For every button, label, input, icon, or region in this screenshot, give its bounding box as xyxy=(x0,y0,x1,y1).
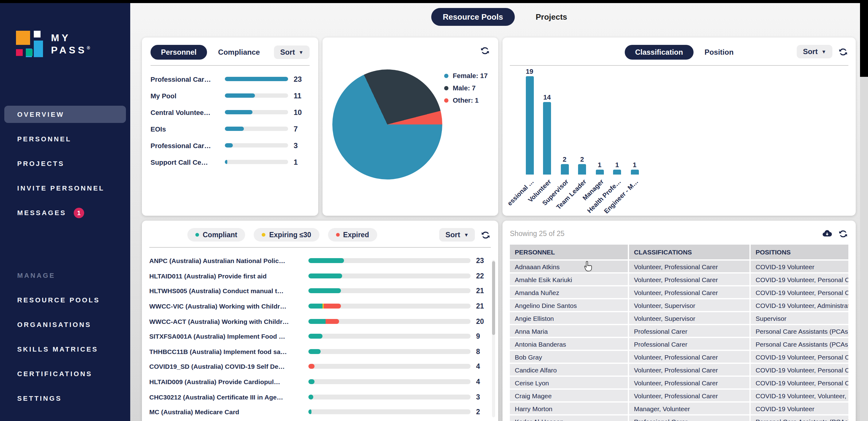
sidebar-item-label: SETTINGS xyxy=(17,395,62,402)
bar-label: HLTAID011 (Australia) Provide first aid xyxy=(149,272,303,280)
table-cell[interactable]: COVID-19 Volunteer xyxy=(751,261,848,272)
table-cell[interactable]: COVID-19 Volunteer, Personal Ca xyxy=(751,351,848,363)
bar-value: 2 xyxy=(476,408,491,416)
table-cell[interactable]: COVID-19 Volunteer, Volunteer, F xyxy=(751,390,848,401)
sidebar-item-skills-matrices[interactable]: SKILLS MATRICES xyxy=(0,340,130,358)
table-cell[interactable]: Professional Carer xyxy=(629,416,749,421)
gender-pie-card: Female: 17Male: 7Other: 1 xyxy=(322,37,498,216)
table-cell[interactable]: Volunteer, Professional Carer xyxy=(629,261,749,272)
table-cell[interactable]: Bob Gray xyxy=(510,351,628,363)
table-cell[interactable]: Harry Morton xyxy=(510,402,628,414)
bar-segment-compliant xyxy=(308,379,314,384)
page-scrollbar[interactable] xyxy=(860,77,868,421)
chart-bar-value: 1 xyxy=(590,161,609,168)
table-cell[interactable]: Kader Al-Hasaan xyxy=(510,416,628,421)
cloud-download-icon[interactable] xyxy=(821,228,832,239)
sidebar-item-overview[interactable]: OVERVIEW xyxy=(4,106,126,123)
bar-label: Professional Car… xyxy=(151,75,219,83)
refresh-icon[interactable] xyxy=(837,228,848,239)
card-scrollbar-track[interactable] xyxy=(492,260,495,417)
table-cell[interactable]: Candice Alfaro xyxy=(510,364,628,375)
table-cell[interactable]: Volunteer, Supervisor xyxy=(629,299,749,311)
table-cell[interactable]: Personal Care Assistants (PCAs) xyxy=(751,325,848,337)
table-cell[interactable]: Professional Carer xyxy=(629,338,749,350)
column-header-positions[interactable]: POSITIONS xyxy=(751,245,848,259)
table-cell[interactable]: Volunteer, Supervisor xyxy=(629,312,749,324)
sidebar-item-certifications[interactable]: CERTIFICATIONS xyxy=(0,365,130,382)
chart-bar-value: 19 xyxy=(520,68,539,75)
refresh-icon[interactable] xyxy=(479,45,490,56)
refresh-icon[interactable] xyxy=(480,229,491,240)
table-cell[interactable]: Volunteer, Professional Carer xyxy=(629,390,749,401)
table-cell[interactable]: COVID-19 Volunteer xyxy=(751,402,848,414)
card-scrollbar-thumb[interactable] xyxy=(492,261,495,335)
table-cell[interactable]: Volunteer, Professional Carer xyxy=(629,351,749,363)
sidebar-item-resource-pools[interactable]: RESOURCE POOLS xyxy=(0,291,130,308)
tab-projects[interactable]: Projects xyxy=(536,8,567,26)
table-cell[interactable]: Supervisor xyxy=(751,312,848,324)
legend-chip-compliant[interactable]: Compliant xyxy=(187,228,245,242)
bar-track xyxy=(308,349,470,354)
table-cell[interactable]: Manager, Volunteer xyxy=(629,402,749,414)
sidebar-item-projects[interactable]: PROJECTS xyxy=(0,155,130,172)
sidebar-item-label: ORGANISATIONS xyxy=(17,321,91,328)
table-cell[interactable]: Antonia Banderas xyxy=(510,338,628,350)
tab-resource-pools[interactable]: Resource Pools xyxy=(431,8,515,26)
sidebar-item-settings[interactable]: SETTINGS xyxy=(0,390,130,407)
compliance-bar-list: ANPC (Australia) Australian National Pol… xyxy=(149,253,491,421)
bar-track xyxy=(225,143,288,148)
compliance-card: CompliantExpiring ≤30Expired Sort▼ ANPC … xyxy=(142,221,498,421)
bar-fill-stack xyxy=(308,259,344,263)
column-header-personnel[interactable]: PERSONNEL xyxy=(510,245,628,259)
table-cell[interactable]: COVID-19 Volunteer, Personal Ca xyxy=(751,273,848,285)
bar-track xyxy=(225,77,288,81)
table-cell[interactable]: Volunteer, Professional Carer xyxy=(629,273,749,285)
table-cell[interactable]: Cerise Lyon xyxy=(510,377,628,388)
classification-sort-button[interactable]: Sort▼ xyxy=(797,45,832,58)
table-cell[interactable]: Craig Magee xyxy=(510,390,628,401)
refresh-icon[interactable] xyxy=(837,46,848,57)
table-cell[interactable]: Professional Carer xyxy=(629,325,749,337)
nav-spacer xyxy=(0,229,130,259)
sidebar-item-organisations[interactable]: ORGANISATIONS xyxy=(0,316,130,333)
table-cell[interactable]: COVID-19 Volunteer, Personal Ca xyxy=(751,364,848,375)
column-header-classifications[interactable]: CLASSIFICATIONS xyxy=(629,245,749,259)
table-cell[interactable]: Amanda Nuñez xyxy=(510,287,628,298)
table-cell[interactable]: Volunteer, Professional Carer xyxy=(629,377,749,388)
tab-compliance[interactable]: Compliance xyxy=(218,45,260,60)
personnel-sort-button[interactable]: Sort▼ xyxy=(274,46,310,59)
personnel-bar-row: Support Call Ce…1 xyxy=(151,154,310,170)
legend-chip-expired[interactable]: Expired xyxy=(328,228,377,242)
chart-bar-value: 14 xyxy=(538,94,556,101)
chevron-down-icon: ▼ xyxy=(821,49,826,54)
sidebar-item-invite-personnel[interactable]: INVITE PERSONNEL xyxy=(0,179,130,197)
table-cell[interactable]: Anna Maria xyxy=(510,325,628,337)
bar-label: Central Voluntee… xyxy=(151,109,219,116)
bar-label: ANPC (Australia) Australian National Pol… xyxy=(149,257,303,265)
table-cell[interactable]: Angie Elliston xyxy=(510,312,628,324)
table-cell[interactable]: COVID-19 Volunteer, Personal Ca xyxy=(751,377,848,388)
table-cell[interactable]: Volunteer, Professional Carer xyxy=(629,364,749,375)
table-cell[interactable]: COVID-19 Volunteer, Administrat xyxy=(751,299,848,311)
table-cell[interactable]: Adnaaan Atkins xyxy=(510,261,628,272)
table-cell[interactable]: Angelino Dine Santos xyxy=(510,299,628,311)
table-cell[interactable]: Personal Care Assistants (PCAs) xyxy=(751,338,848,350)
bar-track xyxy=(308,273,470,278)
table-cell[interactable]: Personal Care Assistants (PCAs) xyxy=(751,416,848,421)
bar-label: Professional Car… xyxy=(151,142,219,149)
personnel-table: PERSONNELCLASSIFICATIONSPOSITIONSAdnaaan… xyxy=(510,245,848,421)
bar-fill-stack xyxy=(308,349,321,354)
tab-position[interactable]: Position xyxy=(705,45,734,60)
table-cell[interactable]: Volunteer, Professional Carer xyxy=(629,287,749,298)
sidebar-item-messages[interactable]: MESSAGES1 xyxy=(0,204,130,221)
bar-fill-stack xyxy=(308,379,314,384)
tab-classification[interactable]: Classification xyxy=(625,45,693,60)
legend-chip-expiring-30[interactable]: Expiring ≤30 xyxy=(254,228,319,242)
table-cell[interactable]: COVID-19 Volunteer, Personal Ca xyxy=(751,287,848,298)
chart-bar xyxy=(543,102,551,175)
compliance-sort-button[interactable]: Sort▼ xyxy=(439,228,475,242)
chevron-down-icon: ▼ xyxy=(464,232,469,238)
table-cell[interactable]: Amahle Esik Kariuki xyxy=(510,273,628,285)
tab-personnel[interactable]: Personnel xyxy=(151,45,207,60)
sidebar-item-personnel[interactable]: PERSONNEL xyxy=(0,130,130,148)
